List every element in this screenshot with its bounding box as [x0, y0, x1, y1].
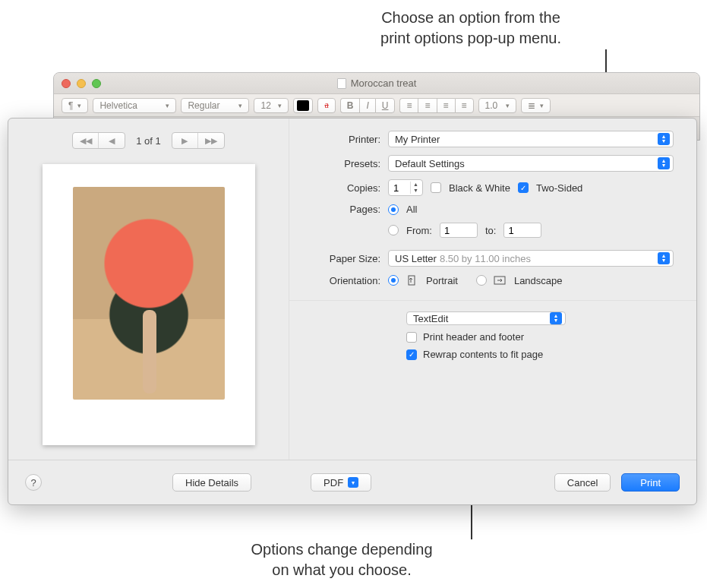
popup-arrows-icon: ▴▾	[550, 312, 562, 324]
orientation-portrait-radio[interactable]	[388, 275, 399, 286]
orientation-landscape-radio[interactable]	[476, 275, 487, 286]
page-preview	[43, 164, 255, 445]
font-style-popup[interactable]: Regular▾	[181, 98, 249, 113]
help-button[interactable]: ?	[25, 474, 42, 491]
last-page-button[interactable]: ▶▶	[198, 133, 224, 148]
copies-stepper[interactable]: ▲ ▼	[388, 179, 423, 196]
preview-nav: ◀◀ ◀ 1 of 1 ▶ ▶▶	[72, 132, 225, 149]
prev-nav-group: ◀◀ ◀	[72, 132, 125, 149]
biu-group: B I U	[340, 98, 396, 113]
pages-to-input[interactable]	[503, 223, 541, 238]
printer-label: Printer:	[308, 134, 380, 145]
first-page-button[interactable]: ◀◀	[73, 133, 99, 148]
pages-all-label: All	[406, 204, 417, 215]
pages-range-radio[interactable]	[388, 225, 399, 236]
zoom-window-button[interactable]	[92, 79, 101, 88]
paragraph-style-popup[interactable]: ¶▾	[62, 98, 88, 113]
window-title: Moroccan treat	[54, 77, 699, 89]
print-button[interactable]: Print	[621, 473, 680, 492]
pages-all-radio[interactable]	[388, 204, 399, 215]
cancel-button[interactable]: Cancel	[554, 473, 611, 492]
orientation-label: Orientation:	[308, 275, 380, 286]
list-style-popup[interactable]: ≣▾	[521, 98, 551, 113]
pdf-menu-button[interactable]: PDF ▾	[311, 473, 371, 492]
strikethrough-button[interactable]: a	[317, 98, 335, 113]
window-titlebar: Moroccan treat	[54, 73, 699, 94]
orientation-portrait-label: Portrait	[426, 275, 458, 286]
header-footer-label: Print header and footer	[423, 331, 524, 343]
print-options-pane: Printer: My Printer ▴▾ Presets: Default …	[289, 119, 696, 460]
document-icon	[337, 78, 346, 89]
copies-step-up[interactable]: ▲	[411, 182, 421, 188]
minimize-window-button[interactable]	[77, 79, 86, 88]
two-sided-label: Two-Sided	[536, 182, 582, 194]
format-toolbar: ¶▾ Helvetica▾ Regular▾ 12▾ a B I U ≡ ≡ ≡…	[54, 94, 699, 117]
black-white-checkbox[interactable]	[431, 182, 441, 193]
presets-label: Presets:	[308, 158, 380, 169]
callout-top: Choose an option from the print options …	[327, 8, 615, 49]
page-counter: 1 of 1	[136, 135, 161, 147]
orientation-landscape-label: Landscape	[514, 275, 563, 286]
print-options-section: TextEdit ▴▾ Print header and footer ✓ Re…	[289, 300, 696, 360]
pages-label: Pages:	[308, 204, 380, 215]
print-preview-pane: ◀◀ ◀ 1 of 1 ▶ ▶▶	[8, 119, 289, 460]
header-footer-checkbox[interactable]	[406, 332, 417, 343]
italic-button[interactable]: I	[359, 98, 374, 113]
rewrap-label: Rewrap contents to fit page	[423, 349, 543, 360]
popup-arrows-icon: ▴▾	[658, 157, 670, 169]
chevron-down-icon: ▾	[348, 477, 358, 488]
text-color-swatch[interactable]	[293, 98, 313, 113]
alignment-group: ≡ ≡ ≡ ≡	[399, 98, 473, 113]
print-options-popup[interactable]: TextEdit ▴▾	[406, 311, 566, 325]
prev-page-button[interactable]: ◀	[99, 133, 125, 148]
dialog-footer: ? Hide Details PDF ▾ Cancel Print	[8, 460, 696, 504]
popup-arrows-icon: ▴▾	[658, 133, 670, 145]
pages-from-input[interactable]	[440, 223, 478, 238]
align-justify-button[interactable]: ≡	[455, 98, 474, 113]
bold-button[interactable]: B	[340, 98, 360, 113]
black-white-label: Black & White	[449, 182, 510, 194]
hide-details-button[interactable]: Hide Details	[172, 473, 251, 492]
rewrap-checkbox[interactable]: ✓	[406, 349, 417, 360]
presets-popup[interactable]: Default Settings ▴▾	[388, 155, 674, 172]
align-right-button[interactable]: ≡	[437, 98, 455, 113]
svg-rect-0	[409, 276, 415, 285]
traffic-lights	[62, 79, 101, 88]
papersize-popup[interactable]: US Letter 8.50 by 11.00 inches ▴▾	[388, 250, 674, 267]
align-center-button[interactable]: ≡	[418, 98, 436, 113]
document-image	[73, 187, 225, 400]
popup-arrows-icon: ▴▾	[658, 252, 670, 264]
underline-button[interactable]: U	[375, 98, 396, 113]
align-left-button[interactable]: ≡	[399, 98, 418, 113]
portrait-icon	[405, 274, 420, 286]
two-sided-checkbox[interactable]: ✓	[518, 182, 529, 193]
next-page-button[interactable]: ▶	[172, 133, 198, 148]
copies-label: Copies:	[308, 182, 380, 194]
landscape-icon	[493, 274, 508, 286]
line-spacing-popup[interactable]: 1.0▾	[478, 98, 516, 113]
copies-input[interactable]	[393, 182, 407, 194]
printer-popup[interactable]: My Printer ▴▾	[388, 131, 674, 147]
next-nav-group: ▶ ▶▶	[172, 132, 225, 149]
print-dialog: ◀◀ ◀ 1 of 1 ▶ ▶▶ Printer: My Print	[8, 118, 697, 505]
font-family-popup[interactable]: Helvetica▾	[93, 98, 176, 113]
papersize-label: Paper Size:	[308, 253, 380, 264]
pages-to-label: to:	[485, 225, 496, 236]
close-window-button[interactable]	[62, 79, 71, 88]
callout-bottom: Options change depending on what you cho…	[213, 539, 471, 580]
pages-from-label: From:	[406, 225, 432, 236]
copies-step-down[interactable]: ▼	[411, 188, 421, 194]
font-size-field[interactable]: 12▾	[254, 98, 289, 113]
